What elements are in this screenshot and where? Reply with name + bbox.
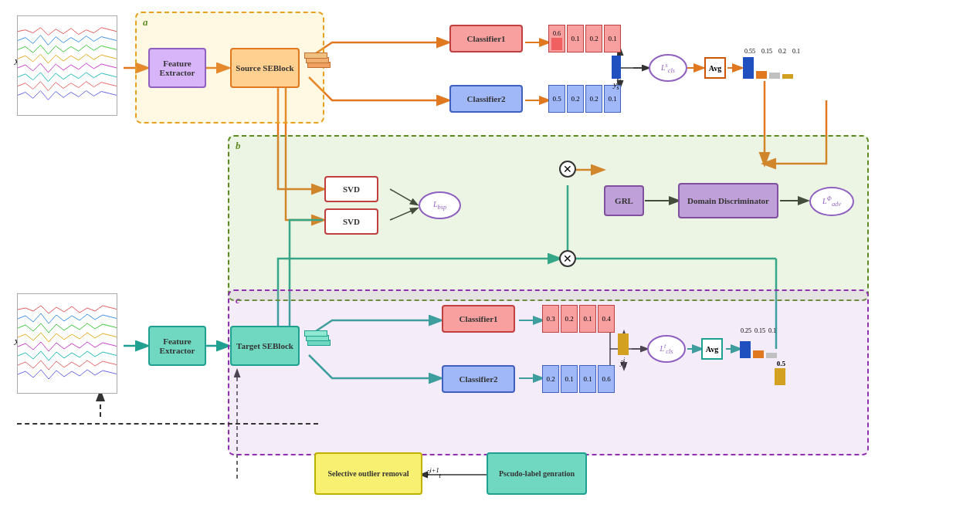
diagram-container: X_s, y_s Xt, ŷit (0, 0, 980, 511)
target-result-bars: 0.250.150.1 0.5 (740, 327, 785, 385)
ladv-oval: LΦadv (809, 187, 854, 216)
selective-outlier-removal: Selective outlier removal (314, 452, 422, 495)
svd1: SVD (324, 176, 378, 202)
source-seblock: Source SEBlock (230, 48, 300, 88)
target-signal-box (17, 293, 117, 394)
classifier2-target: Classifier2 (442, 365, 515, 393)
classifier2-source: Classifier2 (449, 85, 523, 113)
ys-label: ys (612, 56, 621, 91)
classifier1-target: Classifier1 (442, 305, 515, 333)
tensor-bottom: ✕ (559, 250, 576, 267)
yt-hat-label: ŷit (618, 333, 629, 369)
svd2: SVD (324, 208, 378, 235)
source-signal-box (17, 15, 117, 116)
region-a-label: a (143, 16, 148, 29)
tensor-top: ✕ (559, 161, 576, 178)
lbsp-oval: Lbsp (419, 191, 461, 219)
pseudo-label-generation: Pscudo-label genration (487, 452, 587, 495)
source-result-bars: 0.550.150.20.1 (743, 48, 800, 79)
avg-box-source: Avg (704, 57, 726, 79)
lcls-t-oval: Ltcls (647, 335, 686, 363)
target-seblock: Target SEBlock (230, 326, 300, 366)
avg-box-target: Avg (701, 338, 723, 360)
feature-extractor-source: Feature Extractor (148, 48, 206, 88)
target-c2-prob-bars: 0.2 0.1 0.1 0.6 (542, 365, 615, 393)
grl: GRL (604, 185, 644, 216)
yt-next-label: ŷi+1t (426, 467, 441, 479)
classifier1-source: Classifier1 (449, 25, 523, 52)
feature-extractor-target: Feature Extractor (148, 326, 206, 366)
lcls-s-oval: Lscls (649, 54, 687, 82)
dashed-boundary (17, 423, 318, 425)
domain-discriminator: Domain Discriminator (678, 183, 778, 218)
region-c-label: c (236, 294, 240, 306)
region-b-label: b (236, 140, 241, 152)
source-c1-prob-bars: 0.6 0.1 0.2 0.1 (548, 25, 621, 52)
source-c2-prob-bars: 0.5 0.2 0.2 0.1 (548, 85, 621, 113)
target-c1-prob-bars: 0.3 0.2 0.1 0.4 (542, 305, 615, 333)
